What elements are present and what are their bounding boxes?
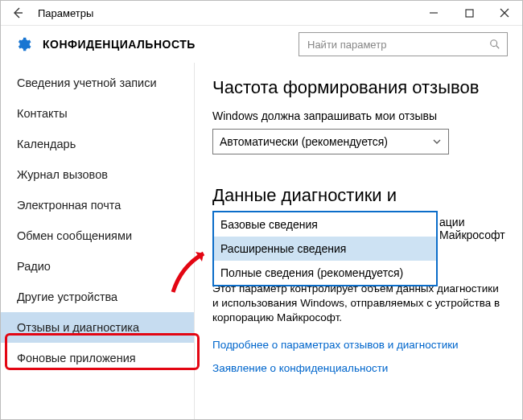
sidebar-item-label: Фоновые приложения (17, 352, 136, 364)
sidebar-item-label: Отзывы и диагностика (17, 321, 139, 334)
minimize-icon (429, 8, 439, 18)
body: Сведения учетной записи Контакты Календа… (1, 63, 522, 419)
sidebar-item-messaging[interactable]: Обмен сообщениями (1, 220, 194, 251)
diagnostic-data-description: Этот параметр контролирует объем данных … (212, 282, 504, 326)
window-controls (416, 1, 522, 25)
dropdown-option-full[interactable]: Полные сведения (рекомендуется) (214, 261, 436, 285)
section-title-feedback-frequency: Частота формирования отзывов (212, 77, 504, 98)
sidebar-item-label: Контакты (17, 107, 68, 120)
close-button[interactable] (487, 1, 522, 25)
sidebar-item-call-history[interactable]: Журнал вызовов (1, 159, 194, 190)
sidebar-item-contacts[interactable]: Контакты (1, 98, 194, 129)
search-box[interactable] (299, 32, 508, 56)
sidebar-item-label: Обмен сообщениями (17, 229, 132, 242)
dropdown-panel: Базовые сведения Расширенные сведения По… (212, 211, 438, 286)
content-pane: Частота формирования отзывов Windows дол… (195, 63, 522, 419)
window-title: Параметры (35, 7, 93, 19)
partial-text-behind-dropdown: ации Майкрософт (439, 216, 505, 241)
header-title: КОНФИДЕНЦИАЛЬНОСТЬ (43, 38, 196, 51)
section-label: Windows должна запрашивать мои отзывы (212, 109, 504, 122)
sidebar-item-label: Журнал вызовов (17, 168, 108, 181)
sidebar-item-label: Электронная почта (17, 199, 121, 212)
sidebar-item-background-apps[interactable]: Фоновые приложения (1, 343, 194, 373)
close-icon (500, 8, 509, 18)
select-value: Автоматически (рекомендуется) (220, 135, 388, 148)
back-button[interactable] (1, 1, 35, 25)
svg-line-6 (496, 46, 500, 49)
svg-point-5 (491, 40, 497, 47)
link-learn-more[interactable]: Подробнее о параметрах отзывов и диагнос… (212, 339, 504, 351)
sidebar: Сведения учетной записи Контакты Календа… (1, 63, 195, 419)
titlebar: Параметры (1, 1, 522, 26)
sidebar-item-email[interactable]: Электронная почта (1, 190, 194, 220)
sidebar-item-label: Сведения учетной записи (17, 76, 157, 89)
svg-rect-2 (466, 10, 473, 17)
sidebar-item-label: Радио (17, 260, 51, 273)
sidebar-item-feedback-diagnostics[interactable]: Отзывы и диагностика (1, 312, 194, 343)
chevron-down-icon (432, 137, 442, 146)
link-privacy-statement[interactable]: Заявление о конфиденциальности (212, 362, 504, 374)
settings-window: Параметры КОНФИДЕНЦИАЛЬНОСТЬ (0, 0, 523, 420)
sidebar-item-other-devices[interactable]: Другие устройства (1, 282, 194, 312)
dropdown-option-enhanced[interactable]: Расширенные сведения (214, 237, 436, 261)
maximize-button[interactable] (451, 1, 487, 25)
back-arrow-icon (11, 6, 24, 19)
gear-icon (15, 36, 31, 52)
minimize-button[interactable] (416, 1, 451, 25)
maximize-icon (465, 9, 474, 18)
dropdown-option-label: Базовые сведения (220, 218, 318, 231)
search-input[interactable] (306, 38, 489, 51)
sidebar-item-label: Другие устройства (17, 290, 117, 303)
dropdown-option-label: Расширенные сведения (220, 242, 346, 255)
search-icon (489, 39, 500, 50)
feedback-frequency-select[interactable]: Автоматически (рекомендуется) (212, 129, 449, 154)
sidebar-item-radio[interactable]: Радио (1, 251, 194, 282)
dropdown-option-label: Полные сведения (рекомендуется) (220, 266, 403, 279)
dropdown-option-basic[interactable]: Базовые сведения (214, 212, 436, 237)
sidebar-item-account-info[interactable]: Сведения учетной записи (1, 68, 194, 98)
header-row: КОНФИДЕНЦИАЛЬНОСТЬ (1, 26, 522, 63)
sidebar-item-calendar[interactable]: Календарь (1, 129, 194, 159)
sidebar-item-label: Календарь (17, 138, 76, 150)
